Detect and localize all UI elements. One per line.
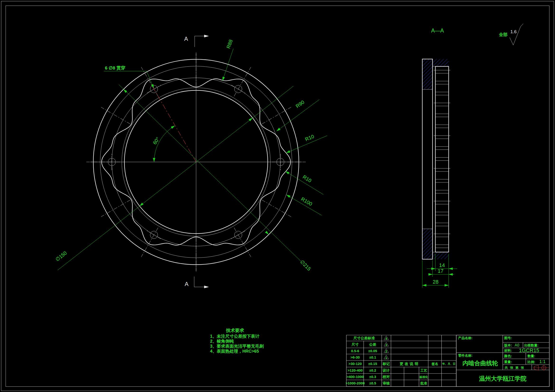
sheet-label: 共 张 第 张 — [504, 366, 525, 370]
cad-canvas: ∅150 ∅215 60° 6 ∅8 贯穿 R88 R90 R10 R10 — [0, 0, 555, 392]
hatch-line — [247, 57, 449, 259]
qty-label: 数量: — [527, 354, 535, 358]
hatch-line — [439, 57, 555, 261]
dim-line-d150 — [58, 86, 293, 270]
hole-position-centerline — [151, 84, 196, 162]
tol-row-size: >1000-2000 — [346, 381, 365, 385]
tol-row-size: >30-120 — [349, 362, 362, 366]
rev-mark-4: 4 — [385, 337, 387, 340]
part-label: 零件名称: — [458, 354, 473, 357]
hatch-line — [229, 57, 431, 259]
hatch-line — [400, 57, 555, 261]
dim-d150-label: ∅150 — [54, 250, 68, 262]
arrow-r90 — [276, 128, 281, 132]
hatch-line — [429, 57, 555, 261]
version-value: A0 — [515, 343, 519, 347]
hatch-line — [275, 57, 478, 259]
hatch-line — [436, 57, 555, 261]
tol-row-size: 0.5-6 — [351, 349, 359, 353]
roughness-scope-label: 全部 — [499, 32, 508, 37]
tech-req-item-4: 4、表面热处理，HRC>65 — [210, 349, 259, 354]
dim-angle-label: 60° — [152, 136, 161, 145]
tol-row-tol: ±0.3 — [369, 375, 376, 379]
section-hatch-bottom — [389, 57, 555, 261]
audit-label: 审核 — [383, 381, 390, 385]
dim-d215-label: ∅215 — [299, 259, 312, 272]
cad-drawing-stage: ∅150 ∅215 60° 6 ∅8 贯穿 R88 R90 R10 R10 — [0, 0, 555, 392]
hatch-line — [243, 57, 446, 259]
date-label: 年、月、日 — [442, 362, 456, 365]
cut-mark-bottom-line — [194, 277, 205, 287]
hatch-line — [403, 57, 555, 261]
hatch-line — [425, 57, 555, 261]
hatch-line — [432, 57, 555, 261]
tech-req-item-2: 2、棱角倒钝 — [210, 339, 234, 344]
change-label: 更改说明 — [400, 362, 420, 366]
hole-tick — [147, 231, 161, 239]
arrow-14-left — [431, 268, 435, 270]
section-teeth-lines — [434, 70, 450, 248]
arrow-14-right — [449, 268, 453, 270]
tol-row-size: >400-1000 — [347, 375, 364, 379]
tol-row-tol: ±0.15 — [368, 362, 377, 366]
hatch-line — [446, 57, 555, 261]
hole-tick — [231, 231, 245, 239]
tech-requirements: 技术要求 1、未注尺寸公差按下表计 2、棱角倒钝 3、要求表面光洁平整无毛刺 4… — [210, 328, 264, 354]
material-label: 材料: — [504, 349, 512, 352]
cut-mark-top-arrow-icon — [204, 35, 209, 37]
section-ring-wall — [422, 59, 432, 259]
tol-row-size: >120-400 — [348, 368, 363, 372]
title-block: 产品名称: 图号: 版本: A0 出模数量: 材料: 1GCR15 零件名称: … — [456, 335, 549, 386]
hatch-line — [222, 57, 424, 259]
material-value: 1GCR15 — [519, 347, 539, 353]
section-tooth-zone — [435, 66, 449, 252]
color-label: 颜色: — [504, 354, 512, 358]
arrow-28-left — [422, 284, 426, 286]
hatch-line — [261, 57, 464, 259]
hatch-line — [272, 57, 474, 259]
hatch-line — [226, 57, 428, 259]
roughness-symbol-icon — [510, 24, 523, 45]
arrow-r10-lower — [285, 170, 289, 174]
hatch-line — [421, 57, 555, 261]
scale-label: 比例: — [527, 360, 535, 364]
hatch-line — [396, 57, 555, 261]
part-value: 内啮合曲线轮 — [462, 360, 498, 366]
cut-marks: A A — [184, 35, 209, 288]
tech-req-title: 技术要求 — [226, 328, 244, 333]
arrow-60deg-low — [153, 158, 155, 162]
product-label: 产品名称: — [458, 336, 473, 340]
rev-mark-2: 2 — [385, 349, 387, 353]
tol-col-tol: 公差 — [369, 342, 376, 346]
hatch-line — [418, 57, 555, 261]
rev-mark-3: 3 — [385, 343, 387, 347]
section-hatch-top — [222, 57, 482, 259]
scale-value: 1:1 — [539, 359, 546, 364]
check-label: 校对 — [382, 375, 390, 379]
dim-28-label: 28 — [433, 279, 438, 285]
dim-17-label: 17 — [438, 268, 443, 274]
organization: 温州大学瓯江学院 — [479, 375, 526, 382]
dim-14-label: 14 — [439, 262, 445, 268]
cut-mark-top-label: A — [184, 36, 188, 42]
version-label: 版本: — [504, 343, 512, 347]
section-view: A—A 14 17 28 — [222, 28, 555, 288]
hatch-line — [233, 57, 435, 259]
dim-r10-upper-label: R10 — [304, 134, 315, 142]
dim-holes-label: 6 ∅8 贯穿 — [105, 65, 125, 71]
tol-col-size: 尺寸 — [351, 342, 359, 346]
approve-label: 批准 — [420, 381, 427, 385]
arrow-holes — [151, 84, 155, 89]
main-view: ∅150 ∅215 60° 6 ∅8 贯穿 R88 R90 R10 R10 — [54, 39, 327, 272]
roughness-value: 1.6 — [510, 29, 517, 34]
arrow-17-right — [449, 273, 453, 276]
rev-mark-1: 1 — [385, 356, 387, 359]
mold-qty-label: 出模数量: — [524, 343, 539, 347]
craft-label: 工艺 — [420, 369, 427, 372]
tech-req-item-1: 1、未注尺寸公差按下表计 — [210, 334, 259, 339]
hatch-line — [443, 57, 555, 261]
weight-label: 重量: — [504, 360, 512, 364]
cut-mark-bottom-label: A — [185, 281, 189, 287]
inner-border — [6, 6, 549, 386]
dim-r90-label: R90 — [295, 99, 305, 109]
